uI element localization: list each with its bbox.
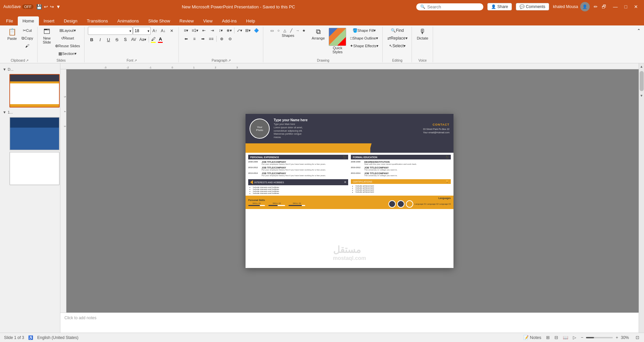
line-spacing-button[interactable]: ↕▾ (217, 27, 225, 34)
font-size-arrow[interactable]: ▾ (147, 29, 150, 33)
align-text-button[interactable]: ⊞▾ (244, 27, 252, 34)
increase-font-button[interactable]: A↑ (151, 27, 159, 35)
select-button[interactable]: ↖ Select ▾ (386, 42, 409, 50)
save-button[interactable]: 💾 (36, 4, 42, 9)
align-center-button[interactable]: ≡ (191, 35, 199, 43)
tab-help[interactable]: Help (241, 16, 260, 25)
paragraph-expand-icon[interactable]: ↗ (228, 59, 231, 62)
close-button[interactable]: ✕ (631, 3, 641, 10)
right-scrollbar[interactable]: ▲ ▼ (639, 63, 644, 333)
remove-col-button[interactable]: ⊖ (226, 35, 234, 43)
section-1-label[interactable]: ▼ 1... (2, 109, 58, 116)
share-button[interactable]: 👤 Share (487, 3, 512, 10)
clipboard-expand-icon[interactable]: ↗ (26, 59, 29, 62)
find-button[interactable]: 🔍 Find (386, 27, 409, 34)
slide-sorter-button[interactable]: ⊟ (554, 334, 559, 341)
slide-3-thumb[interactable] (9, 152, 60, 185)
section-button[interactable]: ▦ Section ▾ (54, 50, 82, 57)
dictate-button[interactable]: 🎙 Dictate (415, 27, 430, 41)
cut-button[interactable]: ✂ Cut (20, 27, 35, 34)
font-expand-icon[interactable]: ↗ (134, 59, 137, 62)
tab-file[interactable]: File (1, 16, 18, 25)
comments-button[interactable]: 💬 Comments (516, 3, 549, 10)
slide-canvas[interactable]: Your Photo Type your Name here Type your… (246, 114, 453, 268)
tab-slideshow[interactable]: Slide Show (144, 16, 175, 25)
convert-smartart-button[interactable]: 🔷 (252, 27, 260, 34)
underline-button[interactable]: U (105, 36, 113, 43)
quick-styles-button[interactable]: Quick Styles (327, 27, 348, 55)
font-color-button[interactable]: A (157, 36, 164, 43)
language-display[interactable]: English (United States) (37, 335, 78, 340)
scroll-down-arrow[interactable]: ▼ (639, 92, 644, 99)
reading-view-button[interactable]: 📖 (562, 334, 569, 341)
scroll-thumb[interactable] (640, 71, 644, 91)
text-direction-button[interactable]: ⤢▾ (235, 27, 244, 34)
autosave-toggle[interactable]: OFF (22, 4, 34, 9)
paste-button[interactable]: 📋 Paste (5, 27, 19, 42)
zoom-out-button[interactable]: − (580, 334, 584, 341)
shape-fill-button[interactable]: 🪣 Shape Fill ▾ (348, 27, 379, 34)
justify-button[interactable]: ≡≡ (207, 35, 215, 43)
section-d-label[interactable]: ▼ D... (2, 66, 58, 73)
shape-effects-button[interactable]: ✦ Shape Effects ▾ (348, 42, 379, 50)
char-spacing-button[interactable]: AV (130, 36, 138, 43)
font-size-selector[interactable]: 18 ▾ (133, 27, 151, 35)
restore-window-button[interactable]: 🗗 (602, 4, 606, 9)
format-painter-button[interactable]: 🖌 (20, 42, 35, 50)
font-name-arrow[interactable]: ▾ (128, 29, 132, 33)
tab-design[interactable]: Design (59, 16, 82, 25)
reset-button[interactable]: ↺ Reset (54, 35, 82, 42)
clear-formatting-button[interactable]: ✕ (168, 27, 176, 35)
pen-mode-button[interactable]: ✏ (594, 4, 598, 9)
search-input[interactable] (427, 4, 478, 9)
align-right-button[interactable]: ➡ (199, 35, 207, 43)
new-slide-button[interactable]: 🗔 New Slide (41, 27, 53, 45)
bullets-button[interactable]: ≡▾ (182, 27, 190, 34)
decrease-indent-button[interactable]: ⇤ (200, 27, 208, 34)
columns-button[interactable]: ⧻▾ (225, 27, 233, 34)
reuse-slides-button[interactable]: ⊕ Reuse Slides (54, 42, 82, 50)
font-name-selector[interactable]: ▾ (88, 27, 132, 35)
maximize-button[interactable]: □ (622, 3, 630, 10)
slide-1-thumb[interactable] (9, 74, 60, 108)
minimize-button[interactable]: — (610, 3, 621, 10)
tab-transitions[interactable]: Transitions (82, 16, 113, 25)
redo-button[interactable]: ↪ (50, 4, 54, 9)
increase-indent-button[interactable]: ⇥ (208, 27, 216, 34)
bold-button[interactable]: B (88, 36, 96, 43)
slideshow-button[interactable]: ▷ (572, 334, 577, 341)
notes-button[interactable]: 📝 Notes (523, 334, 542, 341)
notes-area[interactable]: Click to add notes (60, 313, 639, 333)
change-case-button[interactable]: Aa▾ (138, 36, 148, 43)
accessibility-icon[interactable]: ♿ (28, 335, 33, 340)
zoom-slider[interactable] (586, 337, 613, 338)
tab-animations[interactable]: Animations (113, 16, 144, 25)
align-left-button[interactable]: ⬅ (182, 35, 190, 43)
tab-insert[interactable]: Insert (39, 16, 59, 25)
ribbon-collapse-button[interactable]: ⌃ (636, 27, 642, 35)
arrange-button[interactable]: ⧉ Arrange (310, 27, 326, 41)
zoom-level[interactable]: 30% (621, 335, 632, 340)
layout-button[interactable]: ⊞ Layout ▾ (54, 27, 82, 34)
copy-button[interactable]: ⧉ Copy (20, 35, 35, 42)
tab-review[interactable]: Review (175, 16, 199, 25)
search-bar[interactable]: 🔍 (416, 3, 483, 10)
strikethrough-button[interactable]: S (113, 36, 121, 43)
replace-button[interactable]: ⇄ Replace ▾ (386, 35, 409, 42)
zoom-in-button[interactable]: + (615, 334, 619, 341)
customize-quick-access-button[interactable]: ▼ (56, 4, 61, 9)
shape-outline-button[interactable]: □ Shape Outline ▾ (348, 35, 379, 42)
shapes-button[interactable]: ▭ ○ △ ╱ → ★ Shapes (267, 27, 309, 39)
fit-slide-button[interactable]: ⊡ (635, 334, 640, 341)
scroll-up-arrow[interactable]: ▲ (639, 63, 644, 70)
tab-home[interactable]: Home (18, 16, 39, 25)
text-shadow-button[interactable]: S (121, 36, 129, 43)
undo-button[interactable]: ↩ (44, 4, 48, 9)
tab-view[interactable]: View (199, 16, 217, 25)
add-col-button[interactable]: ⊕ (218, 35, 226, 43)
italic-button[interactable]: I (96, 36, 104, 43)
highlight-color-button[interactable]: 🖊 (150, 36, 157, 43)
normal-view-button[interactable]: ⊞ (545, 334, 550, 341)
tab-addins[interactable]: Add-ins (217, 16, 241, 25)
numbering-button[interactable]: ≡1▾ (191, 27, 200, 34)
